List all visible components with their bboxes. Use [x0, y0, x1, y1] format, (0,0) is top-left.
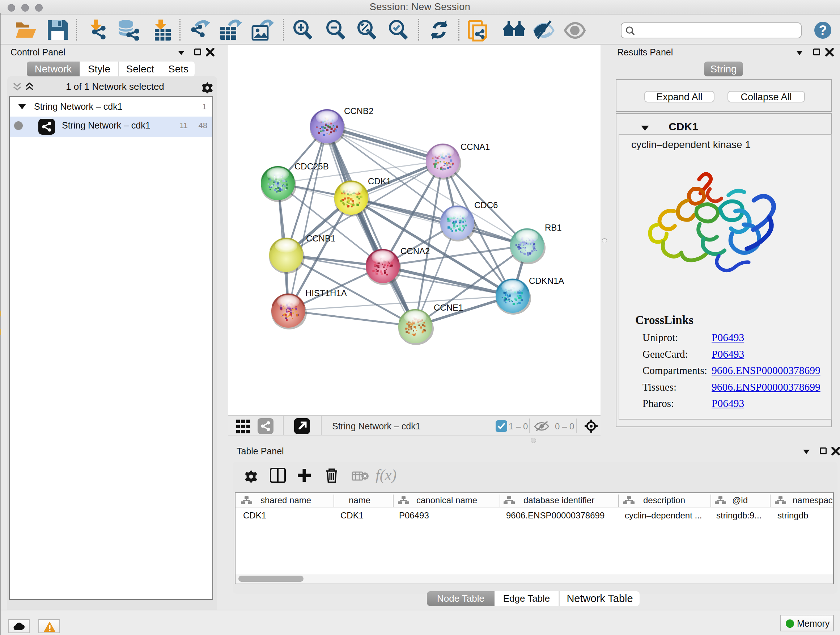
svg-text:CCNE1: CCNE1: [434, 302, 463, 312]
svg-text:CDKN1A: CDKN1A: [529, 276, 564, 286]
svg-text:HIST1H1A: HIST1H1A: [305, 288, 347, 298]
svg-text:CDC25B: CDC25B: [294, 162, 329, 171]
svg-text:CCNB1: CCNB1: [306, 233, 335, 243]
svg-text:CDK1: CDK1: [368, 176, 391, 186]
svg-text:CCNA2: CCNA2: [401, 246, 430, 256]
svg-text:RB1: RB1: [545, 223, 562, 233]
svg-text:CCNA1: CCNA1: [461, 142, 490, 152]
svg-text:CDC6: CDC6: [474, 200, 498, 210]
svg-text:CCNB2: CCNB2: [344, 106, 373, 116]
